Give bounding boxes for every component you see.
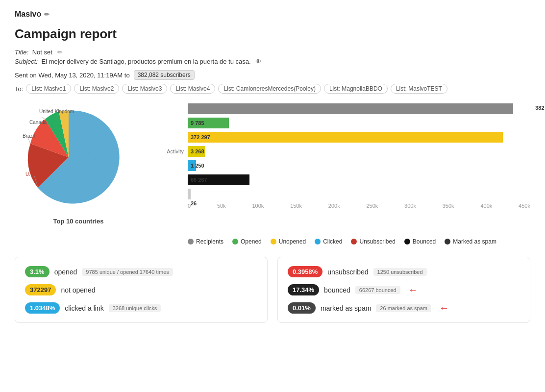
- subscribers-badge[interactable]: 382,082 subscribers: [134, 70, 195, 80]
- stat-sub-bounced: 66267 bounced: [355, 286, 400, 294]
- badge-not-opened: 372297: [25, 284, 56, 295]
- legend-dot-unopened: [271, 239, 276, 245]
- subject-value: El mejor delivery de Santiago, productos…: [42, 58, 251, 65]
- legend-label-unopened: Unopened: [279, 238, 306, 245]
- stat-sub-spam: 26 marked as spam: [376, 304, 431, 312]
- legend-label-clicked: Clicked: [323, 238, 342, 245]
- list-badge-6[interactable]: List: MasivoTEST: [391, 84, 447, 94]
- bar-4: 1 250: [188, 160, 196, 171]
- badge-clicked: 1.0348%: [25, 302, 60, 314]
- bar-row-label-3: Activity: [157, 148, 184, 154]
- bar-6: [188, 189, 191, 199]
- app-title-text: Masivo: [15, 10, 41, 19]
- bar-5: 66 267: [188, 174, 249, 185]
- bar-3: 3 268: [188, 146, 205, 157]
- legend-dot-unsubscribed: [351, 239, 357, 245]
- stats-card-left: 3.1% opened 9785 unique / opened 17640 t…: [15, 257, 268, 323]
- sent-label: Sent on Wed, May 13, 2020, 11:19AM to: [15, 72, 130, 79]
- badge-spam: 0.01%: [288, 302, 316, 314]
- list-badge-0[interactable]: List: Masivo1: [26, 84, 71, 94]
- stat-row-unsubscribed: 0.3958% unsubscribed 1250 unsubscribed: [288, 266, 520, 277]
- bar-row-6: 26: [157, 189, 530, 199]
- bar-chart-area: 382 082 9 785 372 297 Activity 3 268: [157, 103, 530, 233]
- bar-wrap-4: 1 250: [188, 160, 530, 171]
- legend-opened: Opened: [232, 238, 262, 245]
- bar-wrap-2: 372 297: [188, 132, 530, 143]
- arrow-spam: ←: [439, 302, 449, 314]
- list-badge-5[interactable]: List: MagnoliaBBDO: [324, 84, 388, 94]
- legend-dot-bounced: [404, 239, 410, 245]
- app-title-edit-icon[interactable]: ✏: [44, 11, 50, 18]
- legend-label-bounced: Bounced: [413, 238, 436, 245]
- bar-wrap-5: 66 267: [188, 174, 530, 185]
- stat-label-clicked: clicked a link: [65, 304, 103, 312]
- stats-card-right: 0.3958% unsubscribed 1250 unsubscribed 1…: [277, 257, 530, 323]
- legend-label-recipients: Recipients: [196, 238, 223, 245]
- bar-wrap-6: 26: [188, 189, 530, 199]
- stat-row-bounced: 17.34% bounced 66267 bounced ←: [288, 284, 520, 295]
- legend-dot-spam: [445, 239, 450, 245]
- legend-label-unsubscribed: Unsubscribed: [359, 238, 395, 245]
- title-value: Not set: [32, 49, 52, 56]
- legend-dot-clicked: [315, 239, 321, 245]
- bar-0: [188, 103, 513, 114]
- list-badge-4[interactable]: List: CamioneresMercedes(Pooley): [218, 84, 321, 94]
- bar-chart-container: 382 082 9 785 372 297 Activity 3 268: [157, 103, 530, 245]
- title-edit-icon[interactable]: ✏: [57, 49, 63, 56]
- legend-label-spam: Marked as spam: [453, 238, 496, 245]
- svg-text:United Kingdom: United Kingdom: [39, 109, 74, 114]
- stats-section: 3.1% opened 9785 unique / opened 17640 t…: [15, 257, 530, 323]
- legend-unsubscribed: Unsubscribed: [351, 238, 395, 245]
- bar-2: 372 297: [188, 132, 503, 143]
- svg-text:Canada: Canada: [29, 120, 47, 125]
- legend-dot-recipients: [188, 239, 194, 245]
- legend-label-opened: Opened: [241, 238, 262, 245]
- stat-row-spam: 0.01% marked as spam 26 marked as spam ←: [288, 302, 520, 314]
- bar-row-2: 372 297: [157, 132, 530, 143]
- pie-chart-container: Chile U... Brazil Canada United Kingdom …: [15, 103, 142, 225]
- title-label: Title:: [15, 49, 28, 56]
- app-title: Masivo ✏: [15, 10, 530, 19]
- legend-recipients: Recipients: [188, 238, 223, 245]
- title-row: Title: Not set ✏: [15, 49, 530, 56]
- svg-line-7: [42, 117, 45, 119]
- bar-value-0: 382 082: [535, 105, 545, 111]
- pie-chart: Chile U... Brazil Canada United Kingdom: [15, 103, 123, 211]
- stat-sub-opened: 9785 unique / opened 17640 times: [82, 268, 173, 276]
- bar-row-5: 66 267: [157, 174, 530, 185]
- bar-value-6: 26: [191, 200, 197, 206]
- badge-bounced: 17.34%: [288, 284, 319, 295]
- subject-label: Subject:: [15, 58, 38, 65]
- stat-row-clicked: 1.0348% clicked a link 3268 unique click…: [25, 302, 257, 314]
- legend-clicked: Clicked: [315, 238, 342, 245]
- stat-label-unsubscribed: unsubscribed: [327, 268, 368, 276]
- bar-row-1: 9 785: [157, 118, 530, 128]
- bar-row-3: Activity 3 268: [157, 146, 530, 157]
- list-badge-2[interactable]: List: Masivo3: [122, 84, 167, 94]
- list-badge-3[interactable]: List: Masivo4: [170, 84, 215, 94]
- legend-unopened: Unopened: [271, 238, 306, 245]
- to-row: To: List: Masivo1 List: Masivo2 List: Ma…: [15, 84, 530, 94]
- page-title: Campaign report: [15, 26, 530, 42]
- legend-spam: Marked as spam: [445, 238, 496, 245]
- legend-dot-opened: [232, 239, 238, 245]
- bar-row-0: 382 082: [157, 103, 530, 114]
- stat-label-bounced: bounced: [324, 286, 350, 294]
- badge-unsubscribed: 0.3958%: [288, 266, 322, 277]
- eye-icon[interactable]: 👁: [255, 58, 262, 65]
- charts-section: Chile U... Brazil Canada United Kingdom …: [15, 103, 530, 245]
- badge-opened: 3.1%: [25, 266, 50, 277]
- svg-text:Chile: Chile: [82, 150, 95, 156]
- bar-chart-legend: Recipients Opened Unopened Clicked Unsub…: [188, 238, 530, 245]
- list-badge-1[interactable]: List: Masivo2: [74, 84, 119, 94]
- sent-row: Sent on Wed, May 13, 2020, 11:19AM to 38…: [15, 70, 530, 80]
- bar-wrap-1: 9 785: [188, 118, 530, 128]
- stat-row-not-opened: 372297 not opened: [25, 284, 257, 295]
- stat-row-opened: 3.1% opened 9785 unique / opened 17640 t…: [25, 266, 257, 277]
- stat-label-spam: marked as spam: [321, 304, 371, 312]
- arrow-bounced: ←: [408, 284, 418, 295]
- svg-text:U...: U...: [25, 172, 33, 177]
- stat-label-not-opened: not opened: [61, 286, 95, 294]
- pie-chart-title: Top 10 countries: [15, 218, 142, 225]
- legend-bounced: Bounced: [404, 238, 436, 245]
